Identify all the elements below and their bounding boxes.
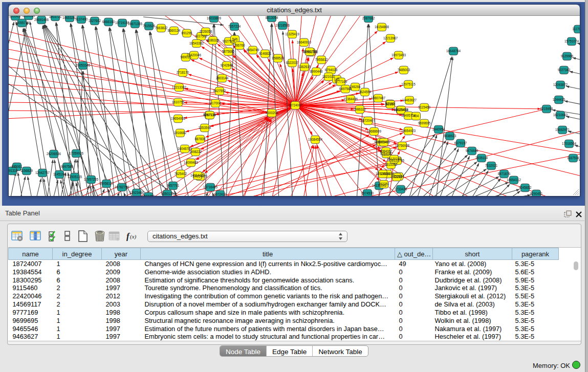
svg-text:15692971: 15692971 <box>555 128 570 132</box>
svg-text:8813054: 8813054 <box>266 16 278 19</box>
svg-text:1588520: 1588520 <box>272 56 285 60</box>
svg-text:16640910: 16640910 <box>297 40 312 44</box>
svg-text:1000437: 1000437 <box>9 16 22 18</box>
svg-text:1592450: 1592450 <box>142 194 155 196</box>
svg-text:9137490: 9137490 <box>75 17 88 21</box>
svg-text:1903721: 1903721 <box>49 16 62 18</box>
svg-text:6466160: 6466160 <box>102 20 115 24</box>
svg-text:9227502: 9227502 <box>195 34 208 38</box>
svg-text:1527602: 1527602 <box>89 19 101 23</box>
svg-text:17016504: 17016504 <box>562 142 577 145</box>
svg-text:1733426: 1733426 <box>395 187 407 191</box>
svg-text:2718170: 2718170 <box>177 71 189 74</box>
svg-text:8990448: 8990448 <box>310 70 323 73</box>
svg-text:9146821: 9146821 <box>259 52 272 55</box>
svg-text:12213382: 12213382 <box>172 85 187 89</box>
svg-text:10688609: 10688609 <box>367 129 382 133</box>
svg-text:7515526: 7515526 <box>143 24 156 28</box>
svg-text:2935114: 2935114 <box>475 156 488 160</box>
svg-text:12213967: 12213967 <box>383 36 398 40</box>
svg-text:18724007: 18724007 <box>288 103 303 107</box>
svg-text:16046789: 16046789 <box>178 147 192 150</box>
svg-text:1621022: 1621022 <box>322 75 335 78</box>
svg-text:16210643: 16210643 <box>553 113 568 117</box>
svg-text:1244415: 1244415 <box>553 98 565 101</box>
svg-text:16543382: 16543382 <box>189 41 204 45</box>
svg-text:7625402: 7625402 <box>175 172 187 176</box>
svg-text:7955812: 7955812 <box>315 58 328 61</box>
svg-text:14463627: 14463627 <box>402 98 417 102</box>
svg-text:16671355: 16671355 <box>128 22 143 26</box>
svg-text:7986322: 7986322 <box>354 107 366 111</box>
svg-text:8471676: 8471676 <box>498 172 511 176</box>
svg-text:6379197: 6379197 <box>454 141 467 145</box>
svg-text:16648784: 16648784 <box>446 49 461 53</box>
svg-text:1156829: 1156829 <box>20 169 33 172</box>
svg-text:7663822: 7663822 <box>155 26 168 30</box>
svg-text:1965409: 1965409 <box>378 140 390 144</box>
svg-text:5875685: 5875685 <box>222 50 235 53</box>
svg-text:2803144: 2803144 <box>216 76 229 80</box>
svg-text:891295: 891295 <box>181 31 192 35</box>
svg-text:252251: 252251 <box>378 182 389 186</box>
svg-text:10958127: 10958127 <box>99 182 114 185</box>
svg-text:746266: 746266 <box>350 85 361 89</box>
svg-text:19654955: 19654955 <box>171 117 186 120</box>
svg-text:12975115: 12975115 <box>401 82 416 86</box>
svg-text:20053346: 20053346 <box>76 63 91 67</box>
svg-text:1362615: 1362615 <box>298 65 311 69</box>
svg-text:7357224: 7357224 <box>228 25 241 28</box>
svg-text:9474444: 9474444 <box>466 149 478 152</box>
svg-text:9699695: 9699695 <box>418 121 431 125</box>
svg-text:2226058: 2226058 <box>200 30 212 33</box>
svg-text:7632021: 7632021 <box>485 164 498 167</box>
svg-text:9350134: 9350134 <box>161 192 174 195</box>
svg-text:13524851: 13524851 <box>376 172 390 176</box>
svg-text:3624554: 3624554 <box>359 90 372 94</box>
svg-text:12093872: 12093872 <box>553 83 568 86</box>
svg-text:1498222: 1498222 <box>189 150 202 154</box>
svg-text:10025438: 10025438 <box>394 108 409 112</box>
svg-text:17359926: 17359926 <box>69 151 84 155</box>
svg-text:1440954: 1440954 <box>432 127 445 131</box>
svg-text:9129966: 9129966 <box>561 54 574 58</box>
svg-text:887835: 887835 <box>194 137 206 141</box>
svg-text:21364436: 21364436 <box>343 97 358 101</box>
svg-text:16782759: 16782759 <box>115 185 129 189</box>
svg-text:6794028: 6794028 <box>325 68 338 72</box>
svg-text:8427552: 8427552 <box>213 89 226 93</box>
svg-text:252254: 252254 <box>391 175 402 179</box>
svg-text:8290451: 8290451 <box>530 192 543 195</box>
svg-text:546: 546 <box>232 37 238 41</box>
svg-text:9115460: 9115460 <box>418 105 431 109</box>
svg-text:10807487: 10807487 <box>371 96 386 100</box>
svg-text:9457791: 9457791 <box>167 184 180 187</box>
svg-text:16961758: 16961758 <box>302 50 317 53</box>
svg-text:1615152: 1615152 <box>385 163 398 166</box>
svg-text:10756928: 10756928 <box>395 144 410 147</box>
svg-text:2300203: 2300203 <box>266 111 278 115</box>
svg-text:5938923: 5938923 <box>444 134 456 138</box>
svg-text:62160: 62160 <box>386 102 395 106</box>
svg-text:1972410: 1972410 <box>214 192 227 196</box>
svg-text:3267130: 3267130 <box>204 113 216 117</box>
svg-text:8154064: 8154064 <box>23 16 35 17</box>
svg-text:1167534: 1167534 <box>567 156 580 160</box>
svg-text:23420046: 23420046 <box>187 53 202 57</box>
svg-text:10654112: 10654112 <box>507 178 521 182</box>
svg-text:10973493: 10973493 <box>391 53 406 57</box>
svg-text:12923466: 12923466 <box>129 191 144 194</box>
svg-text:11325419: 11325419 <box>285 32 299 36</box>
svg-text:13716485: 13716485 <box>203 185 218 189</box>
svg-text:8974530: 8974530 <box>361 191 374 195</box>
svg-text:6322037: 6322037 <box>286 61 299 64</box>
svg-text:16154808: 16154808 <box>375 25 389 29</box>
svg-text:(x): (x) <box>130 233 137 240</box>
svg-text:8454749: 8454749 <box>247 48 259 52</box>
svg-text:1117042: 1117042 <box>572 27 580 31</box>
svg-text:15751074: 15751074 <box>564 39 579 43</box>
svg-text:8660124: 8660124 <box>168 29 181 32</box>
svg-text:9227343: 9227343 <box>558 68 571 72</box>
svg-text:1916682: 1916682 <box>174 131 187 135</box>
svg-text:12505135: 12505135 <box>68 175 82 179</box>
